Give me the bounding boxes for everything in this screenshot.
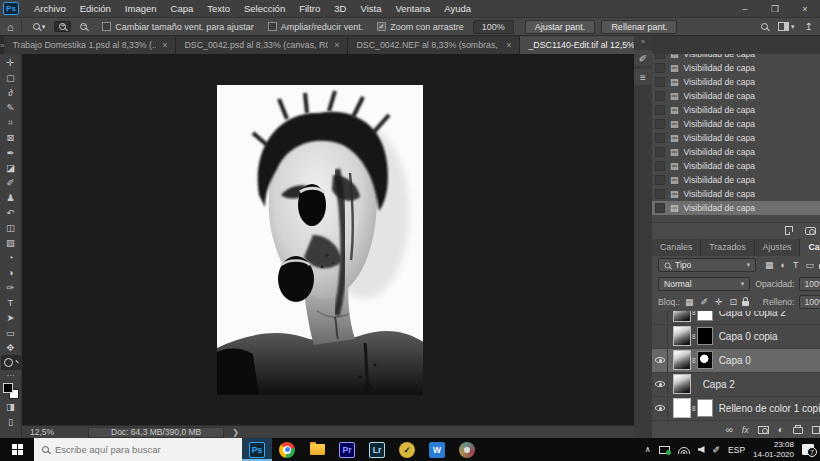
layer-row-capa-0-copia-2[interactable]: 8 Capa 0 copia 2 (652, 311, 820, 325)
taskbar-chrome[interactable] (272, 438, 302, 461)
blend-mode-dropdown[interactable]: Normal▾ (658, 277, 750, 291)
link-layers-icon[interactable]: ∞ (726, 424, 733, 435)
filter-type-icon[interactable]: T (793, 260, 799, 270)
filter-type-icon[interactable]: ◐ (780, 260, 785, 270)
volume-icon[interactable] (698, 446, 705, 453)
dodge-tool[interactable]: ◑ (1, 265, 21, 280)
blur-tool[interactable]: ◔ (1, 250, 21, 265)
move-tool[interactable]: ✛ (1, 55, 21, 70)
quick-mask-icon[interactable]: ◨ (1, 399, 21, 414)
history-entry[interactable]: ▤ Visibilidad de capa (652, 61, 820, 75)
status-menu-icon[interactable]: ❯ (232, 428, 239, 437)
document-tab[interactable]: Trabajo Domestika 1.psd al 8,33% (... × (4, 36, 176, 54)
path-selection-tool[interactable]: ➤ (1, 310, 21, 325)
layer-row-capa-0[interactable]: 8 Capa 0 (652, 349, 820, 373)
layer-row-capa-2[interactable]: 8 Capa 2 (652, 373, 820, 397)
minimize-button[interactable]: – (730, 0, 760, 17)
history-source-well[interactable] (655, 54, 665, 59)
home-icon[interactable]: ⌂ (7, 21, 14, 33)
layer-visibility-icon[interactable] (655, 357, 665, 363)
clock[interactable]: 23:08 14-01-2020 (753, 440, 794, 459)
taskbar-lightroom[interactable]: Lr (362, 438, 392, 461)
taskbar-capture-app[interactable] (452, 438, 482, 461)
eyedropper-tool[interactable]: ✒ (1, 145, 21, 160)
lock-option-icon[interactable]: ▦ (685, 297, 694, 307)
layer-mask-thumbnail[interactable] (697, 311, 713, 322)
layer-thumbnail[interactable] (673, 398, 691, 418)
menu-item[interactable]: 3D (327, 0, 353, 17)
panel-tab[interactable]: Trazados (701, 239, 754, 256)
wifi-icon[interactable] (678, 446, 690, 454)
new-group-icon[interactable] (793, 427, 803, 434)
foreground-color-swatch[interactable] (3, 383, 13, 393)
history-brush-tool[interactable]: ↶ (1, 205, 21, 220)
eraser-tool[interactable]: ◫ (1, 220, 21, 235)
properties-panel-icon[interactable]: ≡ (634, 69, 652, 85)
healing-brush-tool[interactable]: ◪ (1, 160, 21, 175)
shape-tool[interactable]: ▭ (1, 325, 21, 340)
search-icon[interactable] (761, 23, 768, 30)
menu-item[interactable]: Ayuda (437, 0, 478, 17)
zoom-out-button[interactable]: − (76, 22, 91, 31)
share-icon[interactable]: ↥ (805, 21, 813, 32)
type-tool[interactable]: T (1, 295, 21, 310)
history-source-well[interactable] (655, 91, 665, 101)
layer-name[interactable]: Relleno de color 1 copia (719, 403, 820, 414)
history-source-well[interactable] (655, 119, 665, 129)
edit-toolbar-icon[interactable]: ⋯ (7, 371, 15, 380)
history-source-well[interactable] (655, 161, 665, 171)
start-button[interactable] (0, 438, 34, 461)
lasso-tool[interactable]: ∂ (1, 85, 21, 100)
history-entry[interactable]: ▤ Visibilidad de capa (652, 131, 820, 145)
color-swatches[interactable] (3, 383, 19, 399)
collapse-dock-icon[interactable]: » (641, 37, 645, 47)
filter-type-icon[interactable]: ▦ (765, 260, 774, 270)
history-entry[interactable]: ▤ Visibilidad de capa (652, 159, 820, 173)
history-entry[interactable]: ▤ Visibilidad de capa (652, 187, 820, 201)
filter-type-icon[interactable]: ▭ (805, 260, 814, 270)
history-entry[interactable]: ▤ Visibilidad de capa (652, 89, 820, 103)
lock-all-icon[interactable] (742, 301, 749, 306)
layer-name[interactable]: Capa 0 copia (719, 331, 778, 342)
fill-screen-button[interactable]: Rellenar pant. (601, 20, 677, 34)
lock-option-icon[interactable]: ✛ (715, 297, 723, 307)
panel-tab[interactable]: Color (652, 36, 690, 54)
layer-mask-thumbnail[interactable] (697, 399, 713, 417)
canvas-viewport[interactable] (22, 54, 634, 425)
history-source-well[interactable] (655, 63, 665, 73)
zoom-tool-icon[interactable]: ▾ (29, 22, 50, 32)
opacity-dropdown[interactable]: 100%▾ (799, 277, 820, 291)
menu-item[interactable]: Edición (73, 0, 118, 17)
tab-close-icon[interactable]: × (334, 40, 339, 50)
menu-item[interactable]: Ventana (388, 0, 437, 17)
history-entry[interactable]: ▤ Visibilidad de capa (652, 145, 820, 159)
history-source-well[interactable] (655, 175, 665, 185)
document-tab[interactable]: DSC_0042.NEF al 8,33% (sombras, ... × (348, 36, 520, 54)
search-input[interactable] (55, 444, 215, 455)
clone-stamp-tool[interactable]: ♟ (1, 190, 21, 205)
close-button[interactable]: × (790, 0, 820, 17)
zoom-percentage-field[interactable]: 100% (473, 20, 514, 34)
lock-option-icon[interactable]: ✐ (701, 297, 709, 307)
history-entry[interactable]: ▤ Visibilidad de capa (652, 201, 820, 215)
screen-mode-icon[interactable]: ▯ (1, 414, 21, 429)
taskbar-photoshop[interactable]: Ps (242, 438, 272, 461)
menu-item[interactable]: Vista (353, 0, 388, 17)
tab-close-icon[interactable]: × (162, 40, 167, 50)
zoom-tool[interactable] (1, 355, 21, 370)
panel-tab[interactable]: Muestras (690, 36, 743, 54)
options-checkbox[interactable]: Ampliar/reducir vent. (268, 22, 364, 32)
history-source-well[interactable] (655, 189, 665, 199)
menu-item[interactable]: Archivo (27, 0, 73, 17)
menu-item[interactable]: Selección (237, 0, 292, 17)
taskbar-premiere[interactable]: Pr (332, 438, 362, 461)
taskbar-word[interactable]: W (422, 438, 452, 461)
language-indicator[interactable]: ESP (728, 445, 745, 455)
menu-item[interactable]: Capa (164, 0, 201, 17)
layer-thumbnail[interactable] (673, 374, 691, 394)
layer-mask-thumbnail[interactable] (697, 327, 713, 345)
panel-tab[interactable]: Historia (743, 36, 793, 54)
quick-selection-tool[interactable]: ✎ (1, 100, 21, 115)
zoom-in-button[interactable]: + (54, 21, 71, 32)
notification-center-icon[interactable]: 7 (802, 444, 814, 455)
